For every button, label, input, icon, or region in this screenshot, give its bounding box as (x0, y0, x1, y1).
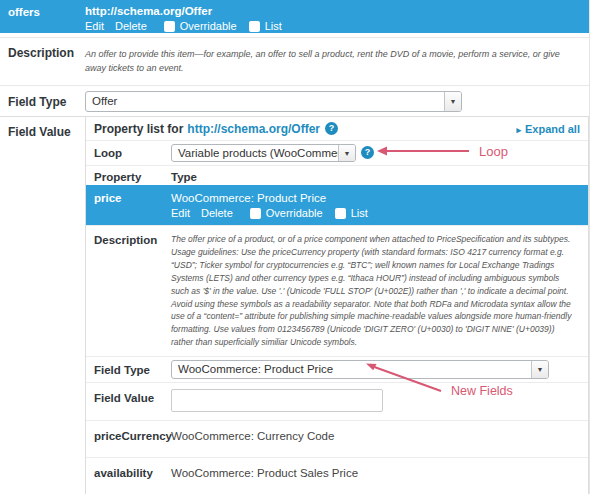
property-list-title-link[interactable]: http://schema.org/Offer (187, 122, 320, 136)
price-property-name: price (86, 185, 171, 225)
price-property-type: WooCommerce: Product Price (171, 185, 588, 204)
offers-edit-link[interactable]: Edit (85, 20, 104, 32)
property-table-header: Property Type (86, 165, 588, 185)
chevron-down-icon: ▼ (338, 145, 355, 161)
offers-list-checkbox[interactable] (249, 21, 260, 32)
field-type-row: Field Type Offer ▼ (0, 85, 589, 116)
availability-property-row[interactable]: availability WooCommerce: Product Sales … (86, 457, 588, 494)
price-description-label: Description (86, 226, 171, 356)
expand-all-button[interactable]: ▸Expand all (516, 123, 580, 135)
price-list-checkbox[interactable] (335, 208, 346, 219)
loop-row: Loop Variable products (WooCommerce) ▼ ? (86, 140, 588, 165)
description-text: An offer to provide this item—for exampl… (85, 38, 589, 85)
price-currency-property-name: priceCurrency (86, 421, 171, 457)
price-list-label: List (351, 207, 368, 219)
availability-property-name: availability (86, 458, 171, 494)
loop-select-value: Variable products (WooCommerce) (172, 145, 338, 161)
offers-list-label: List (265, 20, 282, 32)
offers-overridable-checkbox[interactable] (164, 21, 175, 32)
price-description-row: Description The offer price of a product… (86, 225, 588, 356)
price-field-type-label: Field Type (86, 357, 171, 382)
loop-select[interactable]: Variable products (WooCommerce) ▼ (171, 144, 356, 162)
schema-field-editor: offers http://schema.org/Offer Edit Dele… (0, 0, 590, 494)
offers-label: offers (0, 0, 85, 33)
offers-row: offers http://schema.org/Offer Edit Dele… (0, 0, 589, 33)
chevron-down-icon: ▼ (444, 92, 461, 111)
availability-property-type: WooCommerce: Product Sales Price (171, 458, 588, 494)
price-overridable-checkbox[interactable] (250, 208, 261, 219)
price-delete-link[interactable]: Delete (201, 207, 233, 219)
price-field-value-label: Field Value (86, 383, 171, 420)
description-row: Description An offer to provide this ite… (0, 37, 589, 85)
property-list-header: Property list for http://schema.org/Offe… (86, 117, 588, 140)
price-edit-link[interactable]: Edit (171, 207, 190, 219)
price-currency-property-row[interactable]: priceCurrency WooCommerce: Currency Code (86, 420, 588, 457)
price-currency-property-type: WooCommerce: Currency Code (171, 421, 588, 457)
loop-label: Loop (86, 141, 171, 165)
description-label: Description (0, 38, 85, 85)
field-type-label: Field Type (0, 86, 85, 116)
price-overridable-label: Overridable (266, 207, 323, 219)
price-field-type-select-value: WooCommerce: Product Price (172, 361, 531, 378)
type-column-header: Type (171, 166, 588, 185)
property-list-title: Property list for (94, 122, 183, 136)
triangle-right-icon: ▸ (516, 125, 521, 135)
field-type-select[interactable]: Offer ▼ (85, 91, 462, 112)
price-field-type-row: Field Type WooCommerce: Product Price ▼ (86, 356, 588, 382)
field-value-label: Field Value (0, 117, 85, 494)
chevron-down-icon: ▼ (531, 361, 548, 378)
field-value-row: Field Value Property list for http://sch… (0, 116, 589, 494)
price-field-type-select[interactable]: WooCommerce: Product Price ▼ (171, 360, 549, 379)
offers-delete-link[interactable]: Delete (115, 20, 147, 32)
price-description-text: The offer price of a product, or of a pr… (171, 226, 588, 356)
price-property-row[interactable]: price WooCommerce: Product Price Edit De… (86, 185, 588, 225)
help-icon[interactable]: ? (325, 122, 338, 135)
offers-type-url: http://schema.org/Offer (85, 0, 589, 17)
price-field-value-row: Field Value (86, 382, 588, 420)
field-type-select-value: Offer (86, 92, 444, 111)
price-field-value-textarea[interactable] (171, 389, 383, 412)
offers-overridable-label: Overridable (180, 20, 237, 32)
property-list-panel: Property list for http://schema.org/Offe… (85, 117, 589, 494)
loop-help-icon[interactable]: ? (361, 146, 374, 159)
property-column-header: Property (86, 166, 171, 185)
